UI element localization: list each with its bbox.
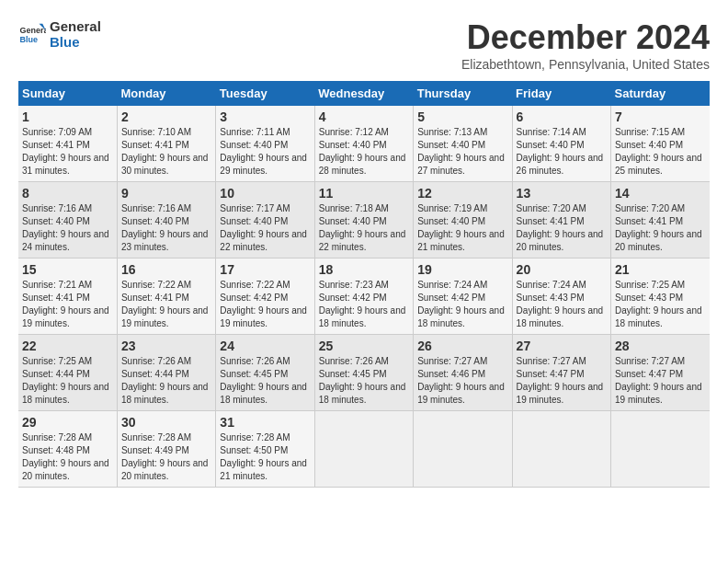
day-number: 13: [517, 186, 607, 201]
day-info: Sunrise: 7:16 AM Sunset: 4:40 PM Dayligh…: [121, 202, 211, 254]
svg-text:General: General: [20, 26, 47, 35]
calendar-cell: 23 Sunrise: 7:26 AM Sunset: 4:44 PM Dayl…: [117, 335, 215, 411]
day-number: 18: [319, 262, 409, 277]
calendar-cell: 27 Sunrise: 7:27 AM Sunset: 4:47 PM Dayl…: [512, 335, 610, 411]
calendar-cell: 18 Sunrise: 7:23 AM Sunset: 4:42 PM Dayl…: [314, 259, 413, 335]
week-row-3: 15 Sunrise: 7:21 AM Sunset: 4:41 PM Dayl…: [18, 259, 710, 335]
calendar-table: SundayMondayTuesdayWednesdayThursdayFrid…: [18, 81, 710, 488]
month-title: December 2024: [461, 18, 710, 57]
calendar-cell: 14 Sunrise: 7:20 AM Sunset: 4:41 PM Dayl…: [611, 182, 710, 259]
day-number: 21: [615, 262, 706, 277]
day-info: Sunrise: 7:28 AM Sunset: 4:49 PM Dayligh…: [121, 431, 211, 483]
day-number: 23: [121, 339, 211, 353]
day-info: Sunrise: 7:26 AM Sunset: 4:45 PM Dayligh…: [319, 355, 409, 407]
week-row-1: 1 Sunrise: 7:09 AM Sunset: 4:41 PM Dayli…: [18, 106, 710, 182]
day-info: Sunrise: 7:20 AM Sunset: 4:41 PM Dayligh…: [517, 202, 607, 254]
day-info: Sunrise: 7:27 AM Sunset: 4:47 PM Dayligh…: [517, 355, 607, 407]
calendar-cell: 12 Sunrise: 7:19 AM Sunset: 4:40 PM Dayl…: [414, 182, 512, 259]
day-info: Sunrise: 7:23 AM Sunset: 4:42 PM Dayligh…: [319, 279, 409, 330]
week-row-4: 22 Sunrise: 7:25 AM Sunset: 4:44 PM Dayl…: [18, 335, 710, 411]
logo-line2: Blue: [50, 34, 101, 50]
day-info: Sunrise: 7:20 AM Sunset: 4:41 PM Dayligh…: [615, 202, 706, 254]
day-number: 7: [615, 109, 706, 124]
calendar-cell: 3 Sunrise: 7:11 AM Sunset: 4:40 PM Dayli…: [216, 106, 314, 182]
calendar-cell: 28 Sunrise: 7:27 AM Sunset: 4:47 PM Dayl…: [611, 335, 710, 411]
logo: General Blue General Blue: [18, 18, 101, 50]
calendar-cell: 17 Sunrise: 7:22 AM Sunset: 4:42 PM Dayl…: [216, 259, 314, 335]
day-number: 25: [319, 339, 409, 353]
day-info: Sunrise: 7:10 AM Sunset: 4:41 PM Dayligh…: [121, 126, 211, 178]
day-number: 22: [22, 339, 113, 353]
week-row-2: 8 Sunrise: 7:16 AM Sunset: 4:40 PM Dayli…: [18, 182, 710, 259]
calendar-cell: [314, 411, 413, 488]
page-header: General Blue General Blue December 2024 …: [18, 18, 710, 72]
calendar-cell: 24 Sunrise: 7:26 AM Sunset: 4:45 PM Dayl…: [216, 335, 314, 411]
day-number: 30: [121, 415, 211, 430]
calendar-cell: 6 Sunrise: 7:14 AM Sunset: 4:40 PM Dayli…: [512, 106, 610, 182]
calendar-cell: [414, 411, 512, 488]
day-info: Sunrise: 7:16 AM Sunset: 4:40 PM Dayligh…: [22, 202, 113, 254]
day-info: Sunrise: 7:27 AM Sunset: 4:46 PM Dayligh…: [417, 355, 507, 407]
day-info: Sunrise: 7:13 AM Sunset: 4:40 PM Dayligh…: [417, 126, 507, 178]
calendar-cell: 4 Sunrise: 7:12 AM Sunset: 4:40 PM Dayli…: [314, 106, 413, 182]
day-number: 27: [517, 339, 607, 353]
header-day-friday: Friday: [512, 81, 610, 106]
logo-icon: General Blue: [18, 20, 46, 48]
header-day-wednesday: Wednesday: [314, 81, 413, 106]
day-number: 3: [220, 109, 310, 124]
week-row-5: 29 Sunrise: 7:28 AM Sunset: 4:48 PM Dayl…: [18, 411, 710, 488]
calendar-cell: 25 Sunrise: 7:26 AM Sunset: 4:45 PM Dayl…: [314, 335, 413, 411]
calendar-cell: 20 Sunrise: 7:24 AM Sunset: 4:43 PM Dayl…: [512, 259, 610, 335]
calendar-cell: 29 Sunrise: 7:28 AM Sunset: 4:48 PM Dayl…: [18, 411, 117, 488]
title-block: December 2024 Elizabethtown, Pennsylvani…: [461, 18, 710, 72]
calendar-cell: [611, 411, 710, 488]
day-info: Sunrise: 7:17 AM Sunset: 4:40 PM Dayligh…: [220, 202, 310, 254]
day-number: 15: [22, 262, 113, 277]
day-info: Sunrise: 7:22 AM Sunset: 4:41 PM Dayligh…: [121, 279, 211, 330]
day-info: Sunrise: 7:09 AM Sunset: 4:41 PM Dayligh…: [22, 126, 113, 178]
calendar-cell: 9 Sunrise: 7:16 AM Sunset: 4:40 PM Dayli…: [117, 182, 215, 259]
day-number: 20: [517, 262, 607, 277]
day-info: Sunrise: 7:28 AM Sunset: 4:48 PM Dayligh…: [22, 431, 113, 483]
day-number: 31: [220, 415, 310, 430]
day-number: 24: [220, 339, 310, 353]
day-number: 4: [319, 109, 409, 124]
day-info: Sunrise: 7:26 AM Sunset: 4:45 PM Dayligh…: [220, 355, 310, 407]
day-info: Sunrise: 7:14 AM Sunset: 4:40 PM Dayligh…: [517, 126, 607, 178]
calendar-cell: 19 Sunrise: 7:24 AM Sunset: 4:42 PM Dayl…: [414, 259, 512, 335]
svg-text:Blue: Blue: [20, 35, 39, 44]
calendar-cell: 21 Sunrise: 7:25 AM Sunset: 4:43 PM Dayl…: [611, 259, 710, 335]
day-info: Sunrise: 7:24 AM Sunset: 4:42 PM Dayligh…: [417, 279, 507, 330]
day-number: 9: [121, 186, 211, 201]
day-number: 6: [517, 109, 607, 124]
day-info: Sunrise: 7:21 AM Sunset: 4:41 PM Dayligh…: [22, 279, 113, 330]
day-info: Sunrise: 7:27 AM Sunset: 4:47 PM Dayligh…: [615, 355, 706, 407]
day-number: 2: [121, 109, 211, 124]
day-number: 5: [417, 109, 507, 124]
day-number: 19: [417, 262, 507, 277]
calendar-cell: 13 Sunrise: 7:20 AM Sunset: 4:41 PM Dayl…: [512, 182, 610, 259]
header-day-sunday: Sunday: [18, 81, 117, 106]
location: Elizabethtown, Pennsylvania, United Stat…: [461, 57, 710, 72]
header-day-saturday: Saturday: [611, 81, 710, 106]
header-row: SundayMondayTuesdayWednesdayThursdayFrid…: [18, 81, 710, 106]
calendar-cell: 11 Sunrise: 7:18 AM Sunset: 4:40 PM Dayl…: [314, 182, 413, 259]
day-number: 29: [22, 415, 113, 430]
calendar-cell: 7 Sunrise: 7:15 AM Sunset: 4:40 PM Dayli…: [611, 106, 710, 182]
day-number: 17: [220, 262, 310, 277]
day-info: Sunrise: 7:28 AM Sunset: 4:50 PM Dayligh…: [220, 431, 310, 483]
calendar-cell: 8 Sunrise: 7:16 AM Sunset: 4:40 PM Dayli…: [18, 182, 117, 259]
day-info: Sunrise: 7:12 AM Sunset: 4:40 PM Dayligh…: [319, 126, 409, 178]
header-day-tuesday: Tuesday: [216, 81, 314, 106]
day-number: 8: [22, 186, 113, 201]
day-number: 1: [22, 109, 113, 124]
header-day-monday: Monday: [117, 81, 215, 106]
day-info: Sunrise: 7:25 AM Sunset: 4:43 PM Dayligh…: [615, 279, 706, 330]
header-day-thursday: Thursday: [414, 81, 512, 106]
day-info: Sunrise: 7:22 AM Sunset: 4:42 PM Dayligh…: [220, 279, 310, 330]
calendar-cell: 10 Sunrise: 7:17 AM Sunset: 4:40 PM Dayl…: [216, 182, 314, 259]
calendar-cell: 30 Sunrise: 7:28 AM Sunset: 4:49 PM Dayl…: [117, 411, 215, 488]
calendar-cell: 5 Sunrise: 7:13 AM Sunset: 4:40 PM Dayli…: [414, 106, 512, 182]
day-number: 14: [615, 186, 706, 201]
calendar-cell: 2 Sunrise: 7:10 AM Sunset: 4:41 PM Dayli…: [117, 106, 215, 182]
